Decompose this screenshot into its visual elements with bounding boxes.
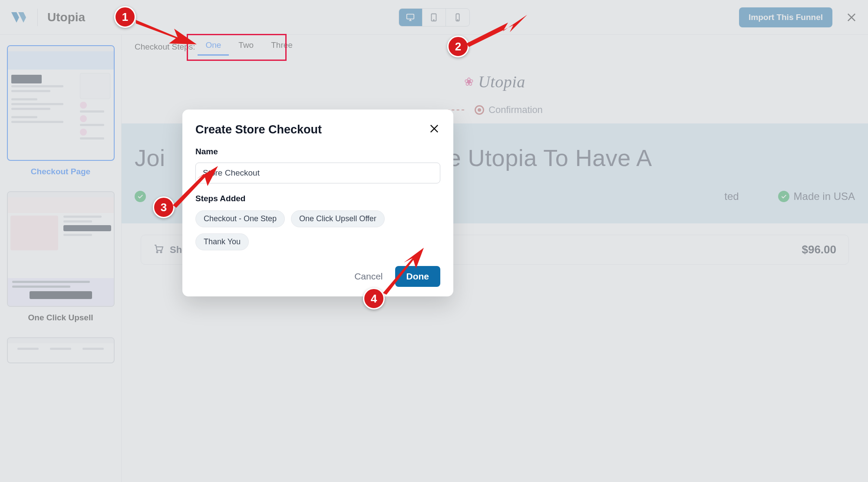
step-chip: Thank You	[195, 233, 249, 250]
checkout-name-input[interactable]	[195, 163, 440, 183]
create-store-checkout-modal: Create Store Checkout Name Steps Added C…	[182, 110, 453, 296]
step-chip: Checkout - One Step	[195, 210, 285, 227]
modal-title: Create Store Checkout	[195, 123, 322, 136]
cancel-button[interactable]: Cancel	[352, 267, 385, 286]
step-chip: One Click Upsell Offer	[291, 210, 385, 227]
steps-added-label: Steps Added	[195, 194, 440, 203]
done-button[interactable]: Done	[395, 266, 441, 287]
name-field-label: Name	[195, 147, 440, 156]
close-icon[interactable]	[428, 123, 440, 136]
